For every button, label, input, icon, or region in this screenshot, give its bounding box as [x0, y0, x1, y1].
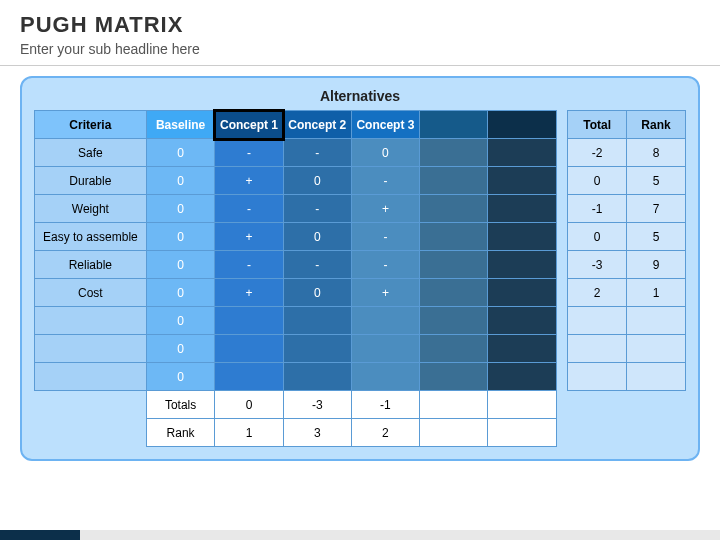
criteria-cell: [35, 307, 147, 335]
concept2-cell: [283, 363, 351, 391]
concept3-cell: -: [351, 223, 419, 251]
baseline-cell: 0: [146, 251, 215, 279]
baseline-cell: 0: [146, 307, 215, 335]
concept2-cell: [283, 335, 351, 363]
concept3-cell: +: [351, 279, 419, 307]
table-row: Weight0--+-17: [35, 195, 686, 223]
rank-cell: 1: [627, 279, 686, 307]
totals-c3: -1: [351, 391, 419, 419]
total-cell: -3: [568, 251, 627, 279]
rank-cell: [627, 363, 686, 391]
table-row: 0: [35, 335, 686, 363]
empty-cell: [488, 279, 556, 307]
slide-header: PUGH MATRIX Enter your sub headline here: [0, 0, 720, 66]
concept3-cell: [351, 307, 419, 335]
table-row: Easy to assemble0+0-05: [35, 223, 686, 251]
baseline-cell: 0: [146, 223, 215, 251]
concept1-cell: -: [215, 195, 283, 223]
empty-cell: [488, 223, 556, 251]
rank-cell: [627, 335, 686, 363]
criteria-header: Criteria: [35, 111, 147, 139]
page-title: PUGH MATRIX: [20, 12, 700, 38]
concept3-cell: [351, 335, 419, 363]
total-cell: 0: [568, 223, 627, 251]
empty-cell: [488, 335, 556, 363]
empty-cell: [420, 279, 488, 307]
concept1-cell: [215, 335, 283, 363]
concept2-cell: [283, 307, 351, 335]
concept1-cell: [215, 363, 283, 391]
table-row: Durable0+0-05: [35, 167, 686, 195]
total-cell: [568, 335, 627, 363]
concept2-cell: -: [283, 195, 351, 223]
criteria-cell: Safe: [35, 139, 147, 167]
rank-cell: 8: [627, 139, 686, 167]
concept2-header: Concept 2: [283, 111, 351, 139]
concept1-cell: -: [215, 251, 283, 279]
baseline-header: Baseline: [146, 111, 215, 139]
concept1-cell: +: [215, 167, 283, 195]
empty-cell: [420, 195, 488, 223]
rank-c3: 2: [351, 419, 419, 447]
rank-c2: 3: [283, 419, 351, 447]
baseline-cell: 0: [146, 279, 215, 307]
total-cell: 0: [568, 167, 627, 195]
baseline-cell: 0: [146, 195, 215, 223]
empty-cell: [420, 251, 488, 279]
empty-cell: [488, 307, 556, 335]
totals-label: Totals: [146, 391, 215, 419]
slide-footer-bar: [0, 530, 720, 540]
baseline-cell: 0: [146, 167, 215, 195]
table-row: Reliable0----39: [35, 251, 686, 279]
rank-cell: 7: [627, 195, 686, 223]
concept3-cell: -: [351, 167, 419, 195]
empty-col-1: [420, 111, 488, 139]
concept2-cell: 0: [283, 167, 351, 195]
concept3-cell: 0: [351, 139, 419, 167]
matrix-panel: Alternatives Criteria Baseline Concept 1…: [20, 76, 700, 461]
empty-cell: [488, 195, 556, 223]
totals-c2: -3: [283, 391, 351, 419]
gap: [556, 111, 568, 139]
rank-cell: [627, 307, 686, 335]
rank-cell: 9: [627, 251, 686, 279]
concept3-cell: +: [351, 195, 419, 223]
empty-col-2: [488, 111, 556, 139]
pugh-matrix-table: Criteria Baseline Concept 1 Concept 2 Co…: [34, 110, 686, 447]
totals-row: Totals 0 -3 -1: [35, 391, 686, 419]
alternatives-title: Alternatives: [34, 88, 686, 104]
criteria-cell: Durable: [35, 167, 147, 195]
concept2-cell: -: [283, 139, 351, 167]
baseline-cell: 0: [146, 363, 215, 391]
table-row: Cost0+0+21: [35, 279, 686, 307]
rank-header: Rank: [627, 111, 686, 139]
concept1-cell: +: [215, 279, 283, 307]
page-subtitle: Enter your sub headline here: [20, 41, 700, 57]
concept3-header: Concept 3: [351, 111, 419, 139]
table-row: 0: [35, 307, 686, 335]
concept1-cell: +: [215, 223, 283, 251]
total-cell: 2: [568, 279, 627, 307]
criteria-cell: Cost: [35, 279, 147, 307]
empty-cell: [420, 139, 488, 167]
empty-cell: [420, 307, 488, 335]
slide-footer-accent: [0, 530, 80, 540]
criteria-cell: Easy to assemble: [35, 223, 147, 251]
empty-cell: [488, 251, 556, 279]
rank-cell: 5: [627, 223, 686, 251]
concept1-header: Concept 1: [215, 111, 283, 139]
empty-cell: [420, 363, 488, 391]
table-row: 0: [35, 363, 686, 391]
table-row: Safe0--0-28: [35, 139, 686, 167]
criteria-cell: [35, 335, 147, 363]
empty-cell: [420, 335, 488, 363]
criteria-cell: Reliable: [35, 251, 147, 279]
total-header: Total: [568, 111, 627, 139]
concept1-cell: -: [215, 139, 283, 167]
empty-cell: [420, 223, 488, 251]
baseline-cell: 0: [146, 139, 215, 167]
rank-c1: 1: [215, 419, 283, 447]
rank-row: Rank 1 3 2: [35, 419, 686, 447]
total-cell: -2: [568, 139, 627, 167]
concept3-cell: -: [351, 251, 419, 279]
